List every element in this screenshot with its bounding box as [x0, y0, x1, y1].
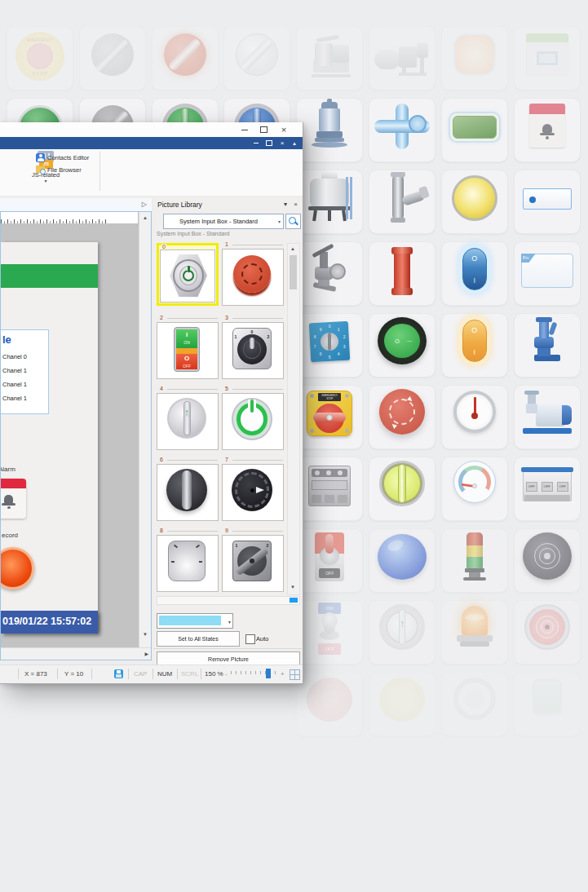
tile-dome-button-yellow[interactable]: [369, 672, 435, 736]
tile-ring-button-silver[interactable]: [441, 672, 508, 736]
tile-gauge-silver[interactable]: [441, 385, 508, 449]
scroll-down-icon[interactable]: ▼: [288, 585, 298, 590]
tile-pipe-coupling-red[interactable]: [369, 241, 435, 306]
tile-selector-knob-white[interactable]: [223, 26, 290, 91]
tile-pipe-tee[interactable]: [369, 170, 435, 234]
tile-orange-square-button[interactable]: [441, 26, 508, 91]
scrollbar-thumb[interactable]: [290, 598, 298, 603]
save-icon[interactable]: [114, 669, 123, 678]
picture-item-7[interactable]: 7: [222, 458, 284, 521]
picture-item-8[interactable]: 8: [157, 529, 219, 592]
auto-checkbox[interactable]: [245, 634, 255, 644]
shape: [417, 43, 428, 58]
timestamp-display[interactable]: 019/01/22 15:57:02: [1, 611, 98, 634]
grid-vertical-scrollbar[interactable]: ▲ ▼: [287, 243, 300, 595]
item-legend-line: [167, 531, 218, 532]
collapse-right-icon[interactable]: ▷: [142, 201, 147, 208]
alarm-widget[interactable]: [1, 479, 26, 519]
record-button[interactable]: [1, 547, 34, 590]
tile-safety-valve-blue[interactable]: [514, 313, 581, 378]
tile-emergency-stop-pad[interactable]: EMERGENCYSTOP: [7, 26, 73, 91]
tile-toggle-switch-onoff[interactable]: ONOFF: [296, 600, 363, 665]
panel-close-icon[interactable]: ×: [294, 201, 298, 208]
contacts-editor-button[interactable]: Contacts Editor: [36, 152, 89, 162]
tile-rocker-switch-blue[interactable]: OI: [441, 241, 508, 306]
library-category-dropdown[interactable]: System Input Box - Standard ▾: [163, 214, 284, 229]
tile-beacon-orange[interactable]: [441, 600, 508, 665]
tile-fn-input-panel[interactable]: Fn: [514, 241, 581, 306]
tile-indicator-yellow[interactable]: [441, 170, 508, 234]
restore-button[interactable]: [255, 122, 272, 137]
scroll-up-icon[interactable]: ▲: [139, 215, 151, 220]
zoom-slider-thumb[interactable]: [266, 669, 271, 678]
tile-widget-panel[interactable]: [514, 26, 581, 91]
doc-restore-button[interactable]: [263, 137, 275, 149]
tile-siren-dark[interactable]: [514, 528, 581, 593]
tile-round-rocker-green[interactable]: O—: [369, 313, 435, 378]
shape: [521, 467, 573, 472]
panel-menu-icon[interactable]: ▾: [284, 201, 287, 208]
tile-submersible-pump[interactable]: [296, 98, 363, 162]
tile-stack-light[interactable]: [441, 528, 508, 593]
tile-gauge-colored[interactable]: [441, 457, 508, 521]
picture-item-2[interactable]: 2IONOOFF: [157, 316, 219, 379]
canvas-horizontal-scrollbar[interactable]: ▶: [1, 647, 151, 660]
tile-lcd-panel-green[interactable]: [441, 98, 508, 162]
tile-square-button-teal[interactable]: [514, 672, 581, 736]
tile-reset-button-red[interactable]: [369, 385, 435, 449]
shape: 1: [235, 335, 237, 339]
set-to-all-states-button[interactable]: Set to All States: [157, 631, 240, 647]
ribbon-collapse-button[interactable]: ▴: [289, 137, 300, 149]
tile-safety-valve-gray[interactable]: [296, 241, 363, 306]
library-search-button[interactable]: [285, 214, 301, 229]
tile-breaker-block[interactable]: [296, 457, 363, 521]
tile-centrifugal-pump[interactable]: [514, 385, 581, 449]
scroll-right-icon[interactable]: ▶: [144, 651, 148, 656]
tile-dip-rotary-switch[interactable]: 0123456789: [296, 313, 363, 378]
grid-horizontal-scrollbar[interactable]: [157, 596, 300, 605]
picture-item-5[interactable]: 5: [222, 387, 284, 450]
state-color-dropdown[interactable]: ▾: [157, 613, 233, 629]
picture-item-4[interactable]: 4↑: [157, 387, 219, 450]
tile-rocker-switch-orange[interactable]: OI: [441, 313, 508, 378]
tile-knob-arrow-silver[interactable]: ↑: [369, 600, 435, 665]
zoom-out-button[interactable]: -: [225, 670, 228, 678]
tile-inline-pump[interactable]: [369, 26, 435, 91]
fit-to-window-icon[interactable]: [290, 669, 300, 680]
picture-item-6[interactable]: 6: [157, 458, 219, 521]
tile-pipe-cross[interactable]: [369, 98, 435, 162]
canvas-vertical-scrollbar[interactable]: ▲ ▼: [139, 212, 151, 648]
tile-vacuum-pump[interactable]: [296, 26, 363, 91]
picture-item-1[interactable]: 1: [222, 243, 284, 306]
channel-list-box[interactable]: le Chanel 0Chanel 1Chanel 1Chanel 1: [1, 329, 49, 414]
tile-selector-knob-red[interactable]: [152, 26, 219, 91]
minimize-icon: [254, 143, 259, 144]
tile-alarm-card[interactable]: [514, 98, 581, 162]
file-browser-button[interactable]: File Browser: [36, 165, 82, 174]
zoom-slider-track[interactable]: [231, 671, 278, 676]
tile-selector-knob-gray[interactable]: [79, 26, 146, 91]
close-button[interactable]: ×: [276, 122, 292, 137]
tile-storage-tank[interactable]: [296, 170, 363, 234]
tile-dome-button-pink[interactable]: [296, 672, 363, 736]
zoom-in-button[interactable]: +: [281, 670, 285, 678]
hmi-page[interactable]: le Chanel 0Chanel 1Chanel 1Chanel 1 Alar…: [1, 242, 98, 634]
tile-dome-button-blue[interactable]: [369, 528, 435, 593]
picture-item-3[interactable]: 3012: [222, 316, 284, 379]
tile-toggle-switch-red[interactable]: OFF: [296, 528, 363, 593]
green-header-bar[interactable]: [1, 264, 98, 288]
tile-input-field-card[interactable]: [514, 170, 581, 234]
picture-item-0[interactable]: 0: [157, 243, 219, 306]
canvas-viewport[interactable]: le Chanel 0Chanel 1Chanel 1Chanel 1 Alar…: [1, 223, 138, 639]
scroll-down-icon[interactable]: ▼: [139, 632, 151, 637]
scrollbar-thumb[interactable]: [290, 255, 297, 289]
tile-emergency-stop-station[interactable]: EMERGENCYSTOP: [296, 385, 363, 449]
doc-close-button[interactable]: ×: [276, 137, 288, 149]
tile-circuit-breaker-3p[interactable]: OFFOFFOFF: [514, 457, 581, 521]
minimize-button[interactable]: [237, 122, 253, 137]
doc-minimize-button[interactable]: [250, 137, 262, 149]
picture-item-9[interactable]: 912: [222, 529, 284, 592]
tile-illuminated-selector[interactable]: ↑: [369, 457, 435, 521]
scroll-up-icon[interactable]: ▲: [288, 246, 298, 251]
tile-siren-pink[interactable]: [514, 600, 581, 665]
